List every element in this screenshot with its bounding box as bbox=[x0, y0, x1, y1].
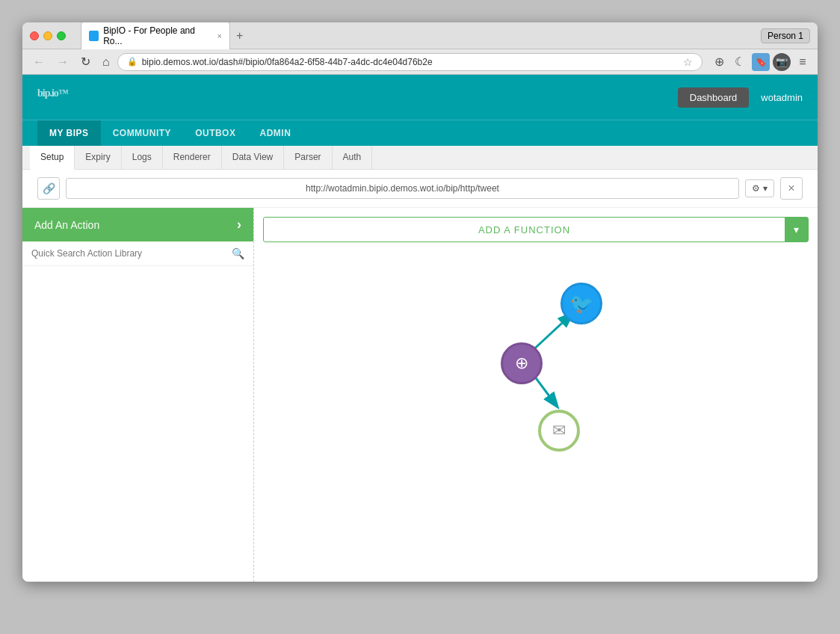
tab-area: BipIO - For People and Ro... × + bbox=[81, 22, 761, 49]
refresh-button[interactable]: ↻ bbox=[76, 53, 95, 70]
url-link-button[interactable]: 🔗 bbox=[37, 177, 60, 200]
url-settings-button[interactable]: ⚙ ▾ bbox=[745, 179, 774, 197]
nav-item-mybips[interactable]: MY BIPS bbox=[37, 120, 101, 146]
settings-icon: ⚙ bbox=[752, 183, 760, 194]
main-nav: MY BIPS COMMUNITY OUTBOX ADMIN bbox=[22, 120, 818, 146]
bookmark-icon[interactable]: ☆ bbox=[683, 56, 693, 68]
lock-icon: 🔒 bbox=[127, 57, 138, 67]
sidebar: Add An Action › 🔍 bbox=[22, 208, 254, 582]
add-action-button[interactable]: Add An Action › bbox=[22, 208, 253, 241]
add-function-arrow[interactable]: ▾ bbox=[785, 218, 808, 241]
extension-btn[interactable]: 🔖 bbox=[752, 53, 770, 71]
settings-arrow: ▾ bbox=[763, 183, 768, 194]
tab-parser[interactable]: Parser bbox=[284, 146, 332, 169]
title-bar: BipIO - For People and Ro... × + Person … bbox=[22, 22, 818, 49]
search-input[interactable] bbox=[31, 248, 227, 259]
hub-node[interactable]: ⊕ bbox=[501, 342, 543, 384]
tab-dataview[interactable]: Data View bbox=[222, 146, 284, 169]
tab-title: BipIO - For People and Ro... bbox=[103, 25, 209, 46]
app-header: bip.io™ Dashboard wotadmin bbox=[22, 75, 818, 120]
twitter-icon: 🐦 bbox=[569, 292, 593, 316]
search-box: 🔍 bbox=[22, 241, 253, 266]
url-area: 🔗 http://wotadmin.bipio.demos.wot.io/bip… bbox=[22, 170, 818, 208]
svg-line-2 bbox=[534, 376, 557, 406]
traffic-lights bbox=[30, 31, 66, 40]
tab-auth[interactable]: Auth bbox=[333, 146, 373, 169]
extensions-icon[interactable]: ⊕ bbox=[710, 53, 728, 71]
sub-tabs: Setup Expiry Logs Renderer Data View Par… bbox=[22, 146, 818, 170]
menu-icon[interactable]: ≡ bbox=[794, 53, 812, 71]
url-close-button[interactable]: × bbox=[780, 177, 803, 200]
add-function-bar[interactable]: ADD A FUNCTION ▾ bbox=[263, 217, 809, 242]
nav-bar: ← → ↻ ⌂ 🔒 bipio.demos.wot.io/dash#/bipio… bbox=[22, 49, 818, 75]
tab-setup[interactable]: Setup bbox=[30, 146, 75, 170]
night-mode-icon[interactable]: ☾ bbox=[731, 53, 749, 71]
address-text: bipio.demos.wot.io/dash#/bipio/0fa864a2-… bbox=[142, 57, 679, 67]
hub-icon: ⊕ bbox=[515, 354, 528, 373]
camera-icon[interactable]: 📷 bbox=[773, 53, 791, 71]
search-icon: 🔍 bbox=[232, 247, 244, 259]
nav-item-community[interactable]: COMMUNITY bbox=[101, 120, 184, 146]
tab-favicon bbox=[89, 31, 99, 41]
add-action-label: Add An Action bbox=[34, 219, 99, 231]
close-window-button[interactable] bbox=[30, 31, 39, 40]
app-logo: bip.io™ bbox=[37, 85, 68, 109]
add-function-label: ADD A FUNCTION bbox=[264, 218, 785, 241]
main-layout: Add An Action › 🔍 ADD A FUNCTION ▾ bbox=[22, 208, 818, 582]
logo-text: bip.io bbox=[37, 87, 58, 99]
person-label: Person 1 bbox=[761, 28, 810, 43]
tab-close-button[interactable]: × bbox=[217, 31, 222, 40]
nav-item-admin[interactable]: ADMIN bbox=[247, 120, 303, 146]
tab-logs[interactable]: Logs bbox=[122, 146, 163, 169]
tab-renderer[interactable]: Renderer bbox=[163, 146, 222, 169]
maximize-window-button[interactable] bbox=[57, 31, 66, 40]
url-display: http://wotadmin.bipio.demos.wot.io/bip/h… bbox=[66, 178, 739, 199]
nav-item-outbox[interactable]: OUTBOX bbox=[183, 120, 247, 146]
user-label: wotadmin bbox=[761, 92, 803, 103]
forward-button[interactable]: → bbox=[52, 54, 73, 70]
browser-tab[interactable]: BipIO - For People and Ro... × bbox=[81, 22, 230, 49]
minimize-window-button[interactable] bbox=[43, 31, 52, 40]
twitter-node[interactable]: 🐦 bbox=[560, 283, 602, 324]
back-button[interactable]: ← bbox=[28, 54, 49, 70]
add-action-arrow: › bbox=[237, 217, 241, 233]
browser-window: BipIO - For People and Ro... × + Person … bbox=[22, 22, 818, 582]
logo-tm: ™ bbox=[58, 87, 68, 99]
email-node[interactable]: ✉ bbox=[538, 410, 580, 452]
email-icon: ✉ bbox=[552, 421, 566, 440]
app-body: bip.io™ Dashboard wotadmin MY BIPS COMMU… bbox=[22, 75, 818, 582]
dashboard-button[interactable]: Dashboard bbox=[678, 87, 750, 108]
address-bar[interactable]: 🔒 bipio.demos.wot.io/dash#/bipio/0fa864a… bbox=[117, 53, 702, 71]
home-button[interactable]: ⌂ bbox=[98, 54, 114, 70]
tab-expiry[interactable]: Expiry bbox=[75, 146, 121, 169]
nav-extras: ⊕ ☾ 🔖 📷 ≡ bbox=[710, 53, 812, 71]
canvas-area: ADD A FUNCTION ▾ bbox=[254, 208, 818, 582]
new-tab-button[interactable]: + bbox=[230, 26, 249, 46]
